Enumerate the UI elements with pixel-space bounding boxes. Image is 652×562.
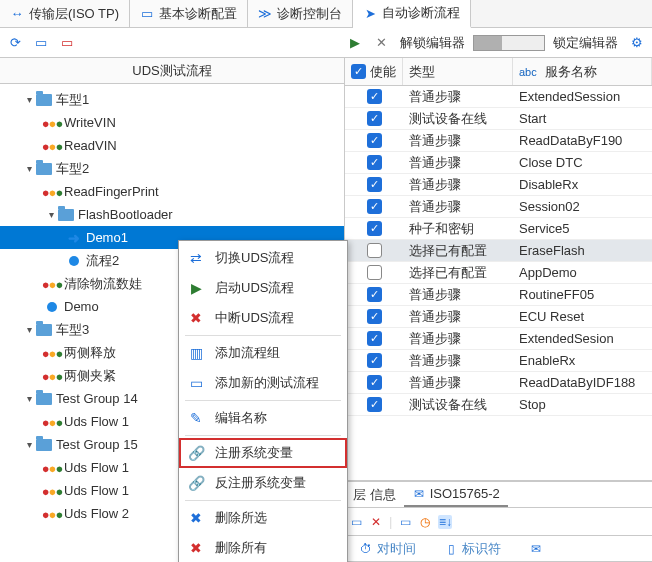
stop-button[interactable]: ✕: [370, 32, 392, 54]
grid-row[interactable]: ✓普通步骤Close DTC: [345, 152, 652, 174]
bottom-col[interactable]: ▯标识符: [430, 540, 515, 558]
enable-cell[interactable]: ✓: [345, 243, 403, 258]
enable-cell[interactable]: ✓: [345, 133, 403, 148]
checkbox[interactable]: ✓: [367, 155, 382, 170]
enable-cell[interactable]: ✓: [345, 287, 403, 302]
checkbox[interactable]: ✓: [367, 111, 382, 126]
checkbox[interactable]: ✓: [367, 375, 382, 390]
ctx-label: 删除所选: [215, 509, 267, 527]
grid-row[interactable]: ✓普通步骤Session02: [345, 196, 652, 218]
tab-2[interactable]: ≫诊断控制台: [248, 0, 353, 27]
checkbox[interactable]: ✓: [367, 89, 382, 104]
grid-row[interactable]: ✓普通步骤EnableRx: [345, 350, 652, 372]
folder-icon: [36, 324, 52, 336]
progress-bar[interactable]: [473, 35, 545, 51]
tree-row[interactable]: ▾车型2: [0, 157, 344, 180]
enable-cell[interactable]: ✓: [345, 309, 403, 324]
ctx-item[interactable]: ✖删除所选: [179, 503, 347, 533]
checkbox[interactable]: ✓: [367, 133, 382, 148]
bottom-col[interactable]: ⏱对时间: [345, 540, 430, 558]
tab-0[interactable]: ↔传输层(ISO TP): [0, 0, 130, 27]
tree-row[interactable]: ●●●ReadFingerPrint: [0, 180, 344, 203]
checkbox[interactable]: ✓: [367, 309, 382, 324]
grid-row[interactable]: ✓普通步骤RoutineFF05: [345, 284, 652, 306]
toggle-icon[interactable]: ▾: [44, 208, 58, 222]
tab-3[interactable]: ➤自动诊断流程: [353, 0, 471, 28]
sort-icon[interactable]: ≡↓: [438, 515, 452, 529]
checkbox[interactable]: ✓: [367, 331, 382, 346]
tree-row[interactable]: ▾FlashBootloader: [0, 203, 344, 226]
toggle-icon[interactable]: ▾: [22, 438, 36, 452]
checkbox[interactable]: ✓: [367, 243, 382, 258]
grid-row[interactable]: ✓普通步骤ExtendedSesion: [345, 328, 652, 350]
tree-row[interactable]: ●●●ReadVIN: [0, 134, 344, 157]
grid-row[interactable]: ✓普通步骤ExtendedSession: [345, 86, 652, 108]
enable-cell[interactable]: ✓: [345, 375, 403, 390]
col-name[interactable]: abc服务名称: [513, 58, 652, 85]
bottom-tab[interactable]: ✉ISO15765-2: [404, 482, 508, 507]
refresh-button[interactable]: ⟳: [4, 32, 26, 54]
add-button[interactable]: ▭: [30, 32, 52, 54]
tab-1[interactable]: ▭基本诊断配置: [130, 0, 248, 27]
enable-cell[interactable]: ✓: [345, 89, 403, 104]
name-cell: DisableRx: [513, 177, 652, 192]
enable-cell[interactable]: ✓: [345, 331, 403, 346]
enable-cell[interactable]: ✓: [345, 111, 403, 126]
grid-row[interactable]: ✓选择已有配置AppDemo: [345, 262, 652, 284]
toggle-icon[interactable]: ▾: [22, 392, 36, 406]
col-type[interactable]: 类型: [403, 58, 513, 85]
grid-row[interactable]: ✓普通步骤ReadDataByF190: [345, 130, 652, 152]
toggle-icon[interactable]: ▾: [22, 323, 36, 337]
enable-cell[interactable]: ✓: [345, 265, 403, 280]
doc-icon[interactable]: ▭: [349, 515, 363, 529]
clock-icon[interactable]: ◷: [418, 515, 432, 529]
enable-cell[interactable]: ✓: [345, 177, 403, 192]
checkbox[interactable]: ✓: [367, 353, 382, 368]
bottom-tab[interactable]: 层 信息: [345, 482, 404, 507]
ctx-item[interactable]: ✖中断UDS流程: [179, 303, 347, 333]
grid-body[interactable]: ✓普通步骤ExtendedSession✓测试设备在线Start✓普通步骤Rea…: [345, 86, 652, 480]
ctx-item[interactable]: ✖删除所有: [179, 533, 347, 562]
toggle-icon[interactable]: ▾: [22, 162, 36, 176]
tree-label: Demo: [64, 299, 99, 314]
ctx-item[interactable]: ▶启动UDS流程: [179, 273, 347, 303]
checkbox[interactable]: ✓: [367, 177, 382, 192]
enable-cell[interactable]: ✓: [345, 199, 403, 214]
ctx-item[interactable]: 🔗反注册系统变量: [179, 468, 347, 498]
grid-row[interactable]: ✓普通步骤ECU Reset: [345, 306, 652, 328]
ctx-label: 启动UDS流程: [215, 279, 294, 297]
grid-row[interactable]: ✓选择已有配置EraseFlash: [345, 240, 652, 262]
toggle-icon[interactable]: ▾: [22, 93, 36, 107]
remove-button[interactable]: ▭: [56, 32, 78, 54]
enable-cell[interactable]: ✓: [345, 155, 403, 170]
ctx-item[interactable]: ✎编辑名称: [179, 403, 347, 433]
grid-row[interactable]: ✓普通步骤ReadDataByIDF188: [345, 372, 652, 394]
lock-settings-button[interactable]: ⚙: [626, 32, 648, 54]
col-enable[interactable]: ✓ 使能: [345, 58, 403, 85]
grid-row[interactable]: ✓种子和密钥Service5: [345, 218, 652, 240]
type-cell: 普通步骤: [403, 308, 513, 326]
copy-icon[interactable]: ▭: [398, 515, 412, 529]
ctx-item[interactable]: 🔗注册系统变量: [179, 438, 347, 468]
grid-row[interactable]: ✓测试设备在线Stop: [345, 394, 652, 416]
ctx-item[interactable]: ⇄切换UDS流程: [179, 243, 347, 273]
checkbox[interactable]: ✓: [367, 397, 382, 412]
grid-row[interactable]: ✓普通步骤DisableRx: [345, 174, 652, 196]
tree-row[interactable]: ●●●WriteVIN: [0, 111, 344, 134]
play-button[interactable]: ▶: [344, 32, 366, 54]
enable-cell[interactable]: ✓: [345, 397, 403, 412]
bottom-col-extra[interactable]: ✉: [515, 542, 557, 556]
ctx-item[interactable]: ▭添加新的测试流程: [179, 368, 347, 398]
context-menu[interactable]: ⇄切换UDS流程▶启动UDS流程✖中断UDS流程▥添加流程组▭添加新的测试流程✎…: [178, 240, 348, 562]
checkbox[interactable]: ✓: [367, 287, 382, 302]
delete-icon[interactable]: ✕: [369, 515, 383, 529]
ctx-item[interactable]: ▥添加流程组: [179, 338, 347, 368]
tree-row[interactable]: ▾车型1: [0, 88, 344, 111]
checkbox[interactable]: ✓: [367, 265, 382, 280]
checkbox[interactable]: ✓: [367, 199, 382, 214]
abc-icon: abc: [519, 66, 537, 78]
enable-cell[interactable]: ✓: [345, 353, 403, 368]
enable-cell[interactable]: ✓: [345, 221, 403, 236]
grid-row[interactable]: ✓测试设备在线Start: [345, 108, 652, 130]
checkbox[interactable]: ✓: [367, 221, 382, 236]
